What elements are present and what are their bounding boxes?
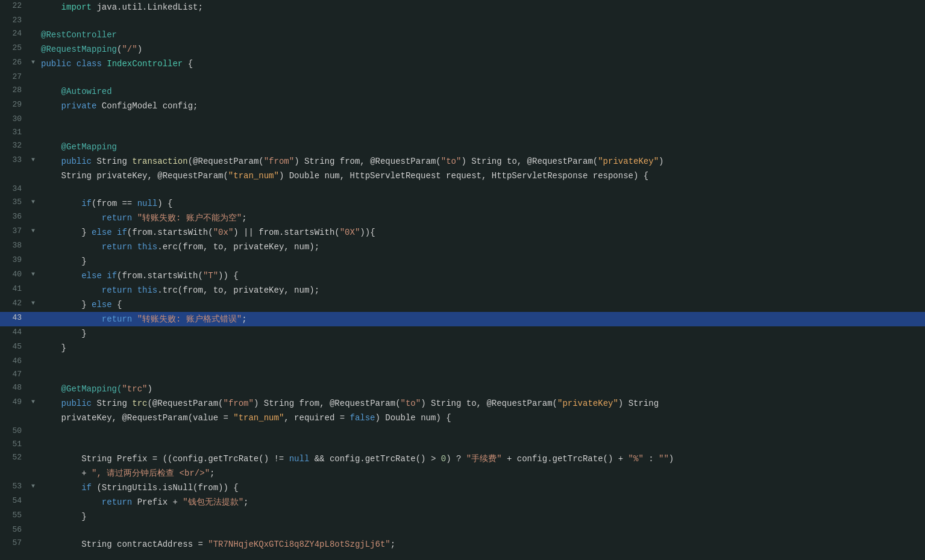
token: transaction: [132, 157, 187, 166]
fold-indicator: [31, 114, 39, 116]
code-editor: 22 import java.util.LinkedList;2324@Rest…: [0, 0, 925, 560]
token: (from ==: [92, 199, 137, 208]
line-number: 39: [0, 255, 31, 264]
line-number: 28: [0, 85, 31, 95]
line-number: 27: [0, 72, 31, 81]
code-line: 44 }: [0, 326, 925, 341]
token: + config.getTrcRate() +: [502, 454, 629, 464]
fold-indicator: [31, 255, 39, 257]
token: 0: [441, 454, 446, 464]
token: if: [81, 483, 92, 493]
code-line: 23: [0, 14, 925, 28]
code-content: String privateKey, @RequestParam("tran_n…: [39, 169, 925, 182]
fold-indicator: [31, 496, 39, 497]
line-number: 30: [0, 114, 31, 123]
fold-indicator: [31, 452, 39, 454]
line-number: 50: [0, 426, 31, 435]
token: else: [92, 300, 112, 310]
token: ", 请过两分钟后检查 <br/>": [92, 468, 210, 478]
fold-indicator: [31, 369, 39, 371]
code-line: 39 }: [0, 254, 925, 269]
token: @RestController: [41, 30, 117, 40]
line-number: 38: [0, 240, 31, 250]
token: }: [41, 257, 87, 266]
fold-indicator: [31, 72, 39, 73]
token: return: [102, 213, 132, 223]
token: [132, 213, 137, 223]
code-line: 43 return "转账失败: 账户格式错误";: [0, 312, 925, 326]
fold-indicator: ▼: [31, 226, 39, 234]
code-content: }: [39, 510, 925, 523]
code-content: @GetMapping("trc"): [39, 382, 925, 396]
token: @RequestMapping: [41, 45, 117, 54]
token: [41, 285, 102, 295]
fold-indicator: [31, 240, 39, 242]
fold-indicator: ▼: [31, 481, 39, 490]
token: ;: [242, 314, 246, 324]
fold-indicator: [31, 313, 39, 314]
fold-indicator: [31, 15, 39, 17]
code-line: 34: [0, 183, 925, 196]
token: return: [102, 497, 132, 507]
token: this: [137, 285, 158, 295]
token: IndexController: [107, 59, 183, 69]
code-content: private ConfigModel config;: [39, 99, 925, 113]
token: ) String to, @RequestParam(: [421, 399, 557, 408]
code-line: 48 @GetMapping("trc"): [0, 382, 925, 396]
token: (from.startsWith(: [127, 228, 213, 237]
token: @GetMapping(: [41, 384, 122, 394]
fold-indicator: ▼: [31, 197, 39, 205]
line-number: 35: [0, 197, 31, 207]
token: }: [41, 329, 87, 338]
token: .erc(from, to, privateKey, num);: [157, 242, 319, 252]
token: "trc": [122, 384, 147, 394]
code-content: String contractAddress = "TR7NHqjeKQxGTC…: [39, 538, 925, 551]
line-number: 32: [0, 140, 31, 150]
code-content: if (StringUtils.isNull(from)) {: [39, 481, 925, 494]
token: (@RequestParam(: [147, 399, 223, 408]
code-line: 49▼ public String trc(@RequestParam("fro…: [0, 396, 925, 411]
code-line: 33▼ public String transaction(@RequestPa…: [0, 154, 925, 169]
fold-indicator: [31, 211, 39, 213]
line-number: 34: [0, 184, 31, 193]
code-content: return "转账失败: 账户不能为空";: [39, 211, 925, 225]
token: [132, 242, 137, 252]
code-line: 25@RequestMapping("/"): [0, 42, 925, 57]
line-number: [0, 169, 31, 170]
token: ) String: [618, 399, 659, 408]
line-number: 54: [0, 496, 31, 505]
code-line: 37▼ } else if(from.startsWith("0x") || f…: [0, 225, 925, 240]
code-line: 47: [0, 369, 925, 382]
token: trc: [132, 399, 147, 408]
token: ): [659, 157, 663, 166]
code-content: @Autowired: [39, 85, 925, 98]
token: else: [81, 271, 102, 281]
fold-indicator: [31, 127, 39, 129]
code-content: else if(from.startsWith("T")) {: [39, 269, 925, 282]
line-number: 45: [0, 341, 31, 351]
token: ) String to, @RequestParam(: [461, 157, 598, 166]
code-content: }: [39, 327, 925, 340]
token: ConfigModel config;: [96, 101, 198, 111]
fold-indicator: [31, 284, 39, 285]
token: , required =: [284, 413, 350, 423]
token: "privateKey": [557, 399, 618, 408]
code-line: 51: [0, 438, 925, 452]
code-line: 38 return this.erc(from, to, privateKey,…: [0, 240, 925, 254]
fold-indicator: [31, 467, 39, 468]
token: return: [102, 242, 132, 252]
token: "0x": [213, 228, 234, 237]
fold-indicator: [31, 538, 39, 540]
code-content: } else {: [39, 298, 925, 311]
token: String contractAddress =: [41, 540, 208, 549]
token: public: [61, 399, 92, 408]
token: ;: [242, 213, 246, 223]
line-number: 36: [0, 211, 31, 221]
token: [102, 271, 107, 281]
token: }: [41, 512, 87, 521]
token: ) String from, @RequestParam(: [254, 399, 401, 408]
token: null: [289, 454, 310, 464]
token: }: [41, 228, 92, 237]
token: (from.startsWith(: [117, 271, 203, 281]
token: String: [92, 399, 132, 408]
